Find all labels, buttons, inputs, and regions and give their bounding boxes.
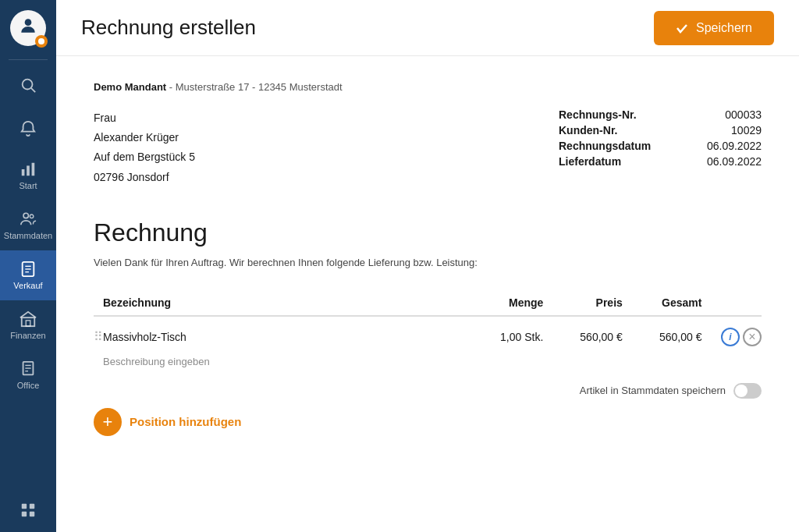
sidebar-item-start-label: Start bbox=[19, 181, 37, 190]
client-city: 02796 Jonsdorf bbox=[94, 168, 195, 187]
page-title: Rechnung erstellen bbox=[81, 16, 256, 40]
th-menge: Menge bbox=[464, 290, 544, 316]
items-table: Bezeichnung Menge Preis Gesamt ⠿ Massivh… bbox=[94, 290, 762, 374]
item-remove-button[interactable] bbox=[743, 328, 762, 346]
save-button[interactable]: Speichern bbox=[654, 11, 774, 45]
meta-table: Rechnungs-Nr. 000033 Kunden-Nr. 10029 Re… bbox=[559, 108, 762, 187]
svg-rect-5 bbox=[27, 165, 30, 176]
sidebar-item-office[interactable]: Office bbox=[0, 350, 56, 400]
table-desc-row: Beschreibung eingeben bbox=[94, 351, 762, 374]
sidebar-item-search[interactable] bbox=[0, 63, 56, 107]
table-header-row: Bezeichnung Menge Preis Gesamt bbox=[94, 290, 762, 316]
page-header: Rechnung erstellen Speichern bbox=[56, 0, 799, 56]
item-gesamt-cell: 560,00 € bbox=[623, 316, 702, 351]
item-description-cell[interactable]: Beschreibung eingeben bbox=[103, 351, 701, 374]
meta-rechnungs-nr: Rechnungs-Nr. 000033 bbox=[559, 108, 762, 121]
logo-badge bbox=[35, 35, 48, 48]
sidebar-divider-1 bbox=[9, 59, 48, 60]
sidebar-item-notifications[interactable] bbox=[0, 107, 56, 151]
drag-handle-cell: ⠿ bbox=[94, 316, 103, 351]
document-icon bbox=[20, 360, 37, 378]
item-info-button[interactable] bbox=[721, 328, 740, 346]
checkmark-icon bbox=[676, 22, 688, 34]
bell-icon bbox=[20, 120, 37, 137]
table-row: ⠿ Massivholz-Tisch 1,00 Stk. 560,00 € 56… bbox=[94, 316, 762, 351]
item-actions-cell bbox=[701, 316, 762, 351]
svg-point-7 bbox=[23, 213, 28, 218]
th-actions bbox=[701, 290, 762, 316]
th-preis: Preis bbox=[543, 290, 622, 316]
sidebar-item-stammdaten[interactable]: Stammdaten bbox=[0, 200, 56, 250]
th-gesamt: Gesamt bbox=[623, 290, 702, 316]
sidebar-item-stammdaten-label: Stammdaten bbox=[4, 231, 52, 240]
logo-circle bbox=[10, 10, 46, 46]
item-menge-cell[interactable]: 1,00 Stk. bbox=[464, 316, 544, 351]
desc-drag-placeholder bbox=[94, 351, 103, 374]
add-position-button[interactable]: + Position hinzufügen bbox=[94, 408, 762, 436]
person-icon bbox=[18, 16, 38, 41]
th-bezeichnung: Bezeichnung bbox=[103, 290, 464, 316]
company-address: - Musterstraße 17 - 12345 Musterstadt bbox=[169, 81, 343, 93]
sidebar-item-office-label: Office bbox=[17, 381, 40, 390]
sidebar-bottom bbox=[0, 488, 56, 532]
kunden-nr-label: Kunden-Nr. bbox=[559, 124, 668, 137]
sidebar-item-start[interactable]: Start bbox=[0, 151, 56, 200]
save-button-label: Speichern bbox=[696, 21, 752, 35]
meta-lieferdatum: Lieferdatum 06.09.2022 bbox=[559, 155, 762, 168]
meta-kunden-nr: Kunden-Nr. 10029 bbox=[559, 124, 762, 137]
svg-point-2 bbox=[23, 80, 33, 90]
sidebar: Start Stammdaten Verkauf Finanzen bbox=[0, 0, 56, 532]
sidebar-logo[interactable] bbox=[0, 0, 56, 56]
chart-icon bbox=[20, 161, 37, 178]
address-block: Frau Alexander Krüger Auf dem Bergstück … bbox=[94, 108, 195, 187]
rechnungs-nr-value: 000033 bbox=[699, 108, 762, 121]
sidebar-item-verkauf-label: Verkauf bbox=[13, 281, 42, 290]
toggle-label: Artikel in Stammdaten speichern bbox=[580, 385, 726, 396]
toggle-row: Artikel in Stammdaten speichern bbox=[94, 383, 762, 399]
svg-rect-13 bbox=[22, 317, 35, 326]
svg-rect-21 bbox=[22, 512, 27, 516]
file-icon bbox=[20, 261, 37, 278]
client-header: Demo Mandant - Musterstraße 17 - 12345 M… bbox=[94, 81, 762, 93]
svg-rect-6 bbox=[32, 163, 35, 176]
company-name: Demo Mandant bbox=[94, 81, 166, 93]
item-name-cell[interactable]: Massivholz-Tisch bbox=[103, 316, 464, 351]
sidebar-item-apps[interactable] bbox=[0, 488, 56, 532]
svg-rect-20 bbox=[30, 504, 34, 509]
sidebar-item-verkauf[interactable]: Verkauf bbox=[0, 250, 56, 300]
desc-action-placeholder bbox=[701, 351, 762, 374]
drag-handle-icon[interactable]: ⠿ bbox=[94, 330, 103, 343]
svg-rect-22 bbox=[30, 512, 34, 516]
search-icon bbox=[20, 76, 37, 94]
table-body: ⠿ Massivholz-Tisch 1,00 Stk. 560,00 € 56… bbox=[94, 316, 762, 374]
client-street: Auf dem Bergstück 5 bbox=[94, 147, 195, 167]
svg-point-0 bbox=[25, 19, 32, 26]
drag-col-header bbox=[94, 290, 103, 316]
main-area: Rechnung erstellen Speichern Demo Mandan… bbox=[56, 0, 799, 532]
invoice-title: Rechnung bbox=[94, 218, 762, 247]
item-action-buttons bbox=[701, 328, 762, 346]
client-salutation: Frau bbox=[94, 108, 195, 128]
add-circle-icon: + bbox=[94, 408, 122, 436]
rechnungsdatum-label: Rechnungsdatum bbox=[559, 140, 668, 152]
lieferdatum-value: 06.09.2022 bbox=[699, 155, 762, 168]
client-name: Alexander Krüger bbox=[94, 128, 195, 147]
svg-point-8 bbox=[30, 215, 34, 218]
person-group-icon bbox=[20, 211, 37, 228]
svg-rect-19 bbox=[22, 504, 27, 509]
save-to-stammdaten-toggle[interactable] bbox=[733, 383, 762, 399]
grid-icon bbox=[20, 502, 37, 519]
sidebar-item-finanzen[interactable]: Finanzen bbox=[0, 300, 56, 350]
item-preis-cell[interactable]: 560,00 € bbox=[543, 316, 622, 351]
sidebar-item-finanzen-label: Finanzen bbox=[10, 331, 45, 340]
svg-rect-4 bbox=[22, 169, 25, 176]
building-icon bbox=[20, 310, 37, 328]
meta-rechnungsdatum: Rechnungsdatum 06.09.2022 bbox=[559, 140, 762, 152]
rechnungs-nr-label: Rechnungs-Nr. bbox=[559, 108, 668, 121]
invoice-subtitle: Vielen Dank für Ihren Auftrag. Wir berec… bbox=[94, 257, 762, 268]
rechnungsdatum-value: 06.09.2022 bbox=[699, 140, 762, 152]
add-position-label: Position hinzufügen bbox=[130, 415, 241, 428]
svg-rect-14 bbox=[26, 321, 30, 326]
content-area: Demo Mandant - Musterstraße 17 - 12345 M… bbox=[56, 56, 799, 532]
invoice-meta: Frau Alexander Krüger Auf dem Bergstück … bbox=[94, 108, 762, 187]
